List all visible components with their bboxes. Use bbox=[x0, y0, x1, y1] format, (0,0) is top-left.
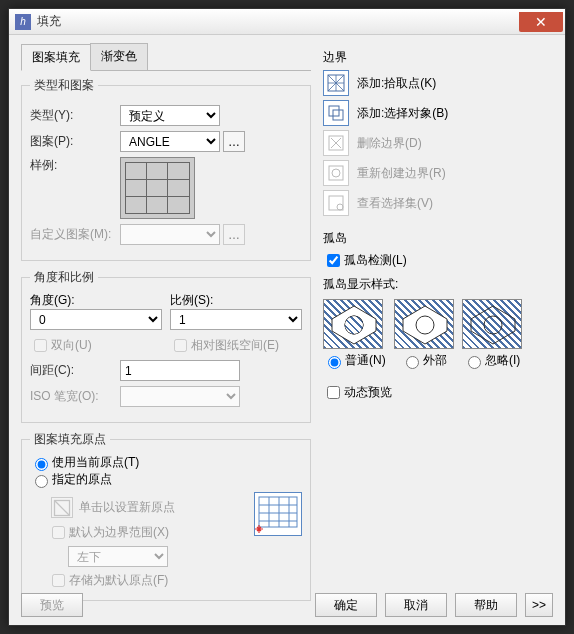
group-origin-title: 图案填充原点 bbox=[30, 431, 110, 448]
dynamic-preview-checkbox[interactable] bbox=[327, 386, 340, 399]
sample-swatch[interactable] bbox=[120, 157, 195, 219]
store-default-checkbox-label: 存储为默认原点(F) bbox=[48, 573, 168, 587]
type-label: 类型(Y): bbox=[30, 107, 120, 124]
group-angle-scale: 角度和比例 角度(G): 0 比例(S): 1 双向(U) 相对图纸空间(E) … bbox=[21, 269, 311, 423]
paperspace-checkbox-label[interactable]: 相对图纸空间(E) bbox=[170, 338, 279, 352]
set-origin-icon bbox=[51, 497, 73, 518]
spacing-input[interactable] bbox=[120, 360, 240, 381]
recreate-boundary-button bbox=[323, 160, 349, 186]
origin-preview-icon bbox=[254, 492, 302, 536]
pattern-select[interactable]: ANGLE bbox=[120, 131, 220, 152]
extent-select: 左下 bbox=[68, 546, 168, 567]
island-detect-checkbox[interactable] bbox=[327, 254, 340, 267]
type-select[interactable]: 预定义 bbox=[120, 105, 220, 126]
island-outer-icon[interactable] bbox=[394, 299, 454, 349]
expand-button[interactable]: >> bbox=[525, 593, 553, 617]
angle-label: 角度(G): bbox=[30, 292, 162, 309]
iso-pen-label: ISO 笔宽(O): bbox=[30, 388, 120, 405]
island-outer-radio-label[interactable]: 外部 bbox=[401, 353, 447, 367]
group-origin: 图案填充原点 使用当前原点(T) 指定的原点 单击以设置新原点 默认为边界范围(… bbox=[21, 431, 311, 601]
cancel-button[interactable]: 取消 bbox=[385, 593, 447, 617]
bidir-checkbox-label[interactable]: 双向(U) bbox=[30, 338, 92, 352]
svg-point-21 bbox=[416, 316, 434, 334]
fill-dialog: h 填充 ✕ 图案填充 渐变色 类型和图案 类型(Y): 预定义 图案(P): … bbox=[8, 8, 566, 626]
scale-label: 比例(S): bbox=[170, 292, 302, 309]
bidir-checkbox bbox=[34, 339, 47, 352]
custom-pattern-label: 自定义图案(M): bbox=[30, 226, 120, 243]
group-type-pattern: 类型和图案 类型(Y): 预定义 图案(P): ANGLE … 样例: 自定义图… bbox=[21, 77, 311, 261]
islands-title: 孤岛 bbox=[323, 230, 553, 247]
remove-boundary-button bbox=[323, 130, 349, 156]
click-set-origin-label: 单击以设置新原点 bbox=[79, 499, 175, 516]
default-extent-checkbox-label: 默认为边界范围(X) bbox=[48, 525, 169, 539]
tab-hatch[interactable]: 图案填充 bbox=[21, 44, 91, 71]
island-detect-checkbox-label[interactable]: 孤岛检测(L) bbox=[323, 253, 407, 267]
boundary-title: 边界 bbox=[323, 49, 553, 66]
spacing-label: 间距(C): bbox=[30, 362, 120, 379]
island-normal-radio[interactable] bbox=[328, 356, 341, 369]
sample-label: 样例: bbox=[30, 157, 120, 174]
svg-marker-22 bbox=[471, 306, 515, 344]
add-pick-point-label: 添加:拾取点(K) bbox=[357, 75, 436, 92]
use-current-origin-radio-label[interactable]: 使用当前原点(T) bbox=[30, 455, 139, 469]
custom-pattern-select bbox=[120, 224, 220, 245]
svg-rect-10 bbox=[333, 110, 343, 120]
svg-point-13 bbox=[332, 169, 340, 177]
custom-pattern-browse-button: … bbox=[223, 224, 245, 245]
paperspace-checkbox bbox=[174, 339, 187, 352]
island-style-label: 孤岛显示样式: bbox=[323, 276, 553, 293]
pattern-label: 图案(P): bbox=[30, 133, 120, 150]
island-ignore-icon[interactable] bbox=[462, 299, 522, 349]
island-normal-icon[interactable] bbox=[323, 299, 383, 349]
store-default-checkbox bbox=[52, 574, 65, 587]
island-normal-radio-label[interactable]: 普通(N) bbox=[323, 353, 386, 367]
preview-button[interactable]: 预览 bbox=[21, 593, 83, 617]
specified-origin-radio[interactable] bbox=[35, 475, 48, 488]
default-extent-checkbox bbox=[52, 526, 65, 539]
pattern-browse-button[interactable]: … bbox=[223, 131, 245, 152]
dynamic-preview-checkbox-label[interactable]: 动态预览 bbox=[323, 385, 392, 399]
svg-point-15 bbox=[337, 204, 343, 210]
app-icon: h bbox=[15, 14, 31, 30]
help-button[interactable]: 帮助 bbox=[455, 593, 517, 617]
titlebar: h 填充 ✕ bbox=[9, 9, 565, 35]
view-selection-button bbox=[323, 190, 349, 216]
svg-rect-1 bbox=[259, 497, 297, 527]
scale-select[interactable]: 1 bbox=[170, 309, 302, 330]
recreate-boundary-label: 重新创建边界(R) bbox=[357, 165, 446, 182]
island-ignore-radio-label[interactable]: 忽略(I) bbox=[463, 353, 520, 367]
add-select-obj-button[interactable] bbox=[323, 100, 349, 126]
add-select-obj-label: 添加:选择对象(B) bbox=[357, 105, 448, 122]
add-pick-point-button[interactable] bbox=[323, 70, 349, 96]
specified-origin-radio-label[interactable]: 指定的原点 bbox=[30, 472, 112, 486]
island-outer-radio[interactable] bbox=[406, 356, 419, 369]
group-type-pattern-title: 类型和图案 bbox=[30, 77, 98, 94]
svg-point-23 bbox=[484, 316, 502, 334]
svg-rect-14 bbox=[329, 196, 343, 210]
svg-rect-9 bbox=[329, 106, 339, 116]
use-current-origin-radio[interactable] bbox=[35, 458, 48, 471]
view-selection-label: 查看选择集(V) bbox=[357, 195, 433, 212]
tab-bar: 图案填充 渐变色 bbox=[21, 43, 311, 71]
tab-gradient[interactable]: 渐变色 bbox=[90, 43, 148, 70]
window-title: 填充 bbox=[37, 13, 519, 30]
iso-pen-select bbox=[120, 386, 240, 407]
ok-button[interactable]: 确定 bbox=[315, 593, 377, 617]
group-angle-scale-title: 角度和比例 bbox=[30, 269, 98, 286]
angle-select[interactable]: 0 bbox=[30, 309, 162, 330]
remove-boundary-label: 删除边界(D) bbox=[357, 135, 422, 152]
button-bar: 预览 确定 取消 帮助 >> bbox=[21, 593, 553, 617]
svg-rect-12 bbox=[329, 166, 343, 180]
island-ignore-radio[interactable] bbox=[468, 356, 481, 369]
close-button[interactable]: ✕ bbox=[519, 12, 563, 32]
